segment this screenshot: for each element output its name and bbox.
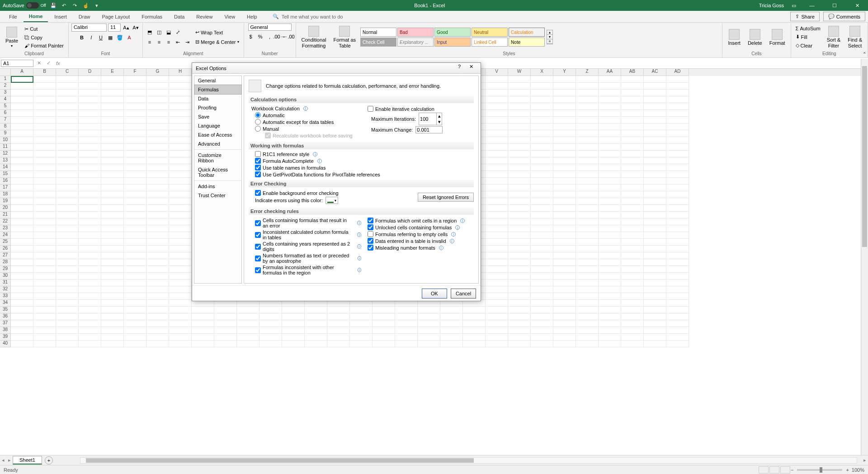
cell[interactable] [79,286,101,293]
cell[interactable] [56,286,79,293]
checkbox-rule-error[interactable]: Cells containing formulas that result in… [255,218,354,228]
cell[interactable] [395,307,418,313]
col-header[interactable]: C [56,69,79,76]
cell[interactable] [33,252,56,259]
cell[interactable] [418,307,440,313]
cell[interactable] [508,191,531,198]
cell[interactable] [11,205,33,212]
align-center-icon[interactable]: ≡ [155,38,163,46]
cell[interactable] [124,205,146,212]
cell[interactable] [79,273,101,280]
cell[interactable] [146,205,169,212]
cell[interactable] [621,341,644,347]
cell[interactable] [621,76,644,83]
cell[interactable] [56,239,79,246]
cell[interactable] [79,212,101,218]
cell[interactable] [576,225,599,232]
cell[interactable] [237,307,259,313]
cell[interactable] [553,239,576,246]
cell[interactable] [508,205,531,212]
cell[interactable] [508,151,531,157]
checkbox-rule-omit[interactable]: Formulas which omit cells in a region [368,218,457,223]
cell[interactable] [169,191,192,198]
cell[interactable] [666,327,689,334]
decrease-font-icon[interactable]: A▾ [132,24,140,32]
cell[interactable] [124,273,146,280]
row-header[interactable]: 33 [0,293,11,300]
cell[interactable] [531,252,553,259]
cell[interactable] [56,130,79,137]
cell[interactable] [101,313,124,320]
cell[interactable] [146,280,169,286]
fill-color-icon[interactable]: 🪣 [116,33,124,42]
cell[interactable] [101,76,124,83]
cell[interactable] [621,144,644,151]
cell[interactable] [576,76,599,83]
cell[interactable] [531,313,553,320]
collapse-ribbon-icon[interactable]: ⌃ [863,52,866,57]
cell[interactable] [327,313,350,320]
cell[interactable] [486,185,508,191]
cell[interactable] [79,246,101,252]
cell[interactable] [599,185,621,191]
cell[interactable] [508,334,531,341]
cell[interactable] [33,334,56,341]
cell[interactable] [508,273,531,280]
col-header[interactable]: B [33,69,56,76]
cell[interactable] [644,90,666,96]
col-header[interactable]: H [169,69,192,76]
cell[interactable] [327,320,350,327]
cell[interactable] [553,164,576,171]
cell[interactable] [146,225,169,232]
cell[interactable] [531,171,553,178]
cell[interactable] [599,293,621,300]
cell[interactable] [79,83,101,90]
cell[interactable] [33,239,56,246]
row-header[interactable]: 4 [0,96,11,103]
cell[interactable] [11,266,33,273]
info-icon[interactable]: i [358,268,361,272]
cell[interactable] [666,280,689,286]
cell[interactable] [666,259,689,266]
cell[interactable] [486,164,508,171]
cell[interactable] [644,205,666,212]
cell[interactable] [169,341,192,347]
cell[interactable] [101,191,124,198]
cell[interactable] [486,178,508,185]
cell[interactable] [169,293,192,300]
horizontal-scrollbar[interactable] [80,457,857,464]
cell[interactable] [124,83,146,90]
number-format-combo[interactable]: General [248,24,292,31]
borders-icon[interactable]: ▦ [106,33,114,42]
cell[interactable] [11,307,33,313]
increase-decimal-icon[interactable]: .00→ [275,33,283,41]
cell[interactable] [56,90,79,96]
cell[interactable] [576,218,599,225]
cell[interactable] [169,164,192,171]
cell[interactable] [56,218,79,225]
error-color-picker[interactable]: ▾ [326,197,338,204]
cell[interactable] [146,218,169,225]
cell[interactable] [11,151,33,157]
cell[interactable] [463,341,486,347]
cell[interactable] [11,130,33,137]
info-icon[interactable]: i [358,256,361,261]
cell[interactable] [576,198,599,205]
conditional-formatting-button[interactable]: ConditionalFormatting [299,25,329,49]
cell[interactable] [124,327,146,334]
cell[interactable] [56,246,79,252]
cell[interactable] [79,151,101,157]
cell[interactable] [531,320,553,327]
cell[interactable] [531,280,553,286]
cell[interactable] [373,320,395,327]
cell[interactable] [553,300,576,307]
cell[interactable] [124,293,146,300]
increase-indent-icon[interactable]: ⇥ [184,38,192,46]
row-header[interactable]: 40 [0,341,11,347]
cell[interactable] [553,341,576,347]
cell[interactable] [576,185,599,191]
row-header[interactable]: 12 [0,151,11,157]
cell[interactable] [644,144,666,151]
info-icon[interactable]: i [317,159,322,163]
cell[interactable] [486,144,508,151]
